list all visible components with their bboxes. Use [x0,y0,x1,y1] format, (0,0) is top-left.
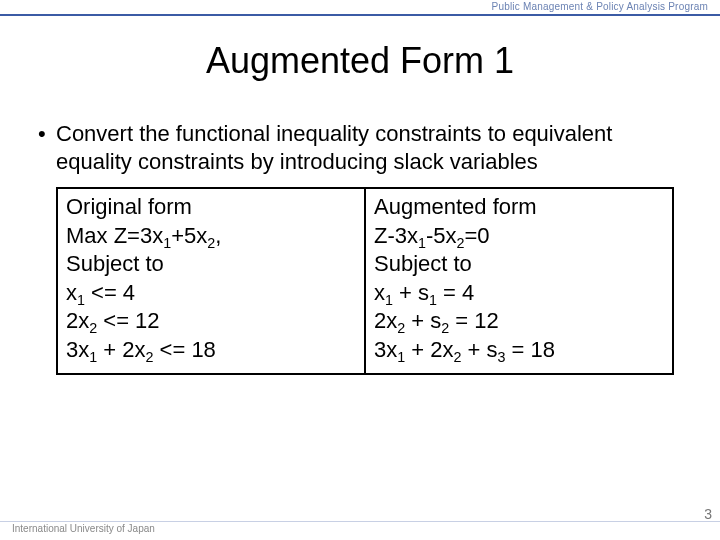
subscript: 1 [89,349,97,365]
subscript: 1 [385,292,393,308]
bullet-item: • Convert the functional inequality cons… [38,120,690,175]
text-fragment: Z-3x [374,223,418,248]
text-fragment: = 18 [506,337,556,362]
subscript: 2 [89,321,97,337]
subscript: 3 [498,349,506,365]
subscript: 1 [418,235,426,251]
slide: Public Management & Policy Analysis Prog… [0,0,720,540]
text-fragment: + 2x [97,337,145,362]
text-fragment: 2x [374,308,397,333]
text-fragment: x [66,280,77,305]
aug-line-1: Augmented form [374,193,664,222]
text-fragment: 3x [66,337,89,362]
subscript: 1 [163,235,171,251]
page-number: 3 [704,506,712,522]
orig-line-1: Original form [66,193,356,222]
aug-line-2: Z-3x1-5x2=0 [374,222,664,251]
aug-line-5: 2x2 + s2 = 12 [374,307,664,336]
subscript: 1 [397,349,405,365]
orig-line-4: x1 <= 4 [66,279,356,308]
original-form-cell: Original form Max Z=3x1+5x2, Subject to … [57,188,365,374]
text-fragment: x [374,280,385,305]
subscript: 1 [77,292,85,308]
subscript: 1 [429,292,437,308]
text-fragment: + s [461,337,497,362]
orig-line-5: 2x2 <= 12 [66,307,356,336]
text-fragment: 2x [66,308,89,333]
slide-title: Augmented Form 1 [0,40,720,82]
orig-line-2: Max Z=3x1+5x2, [66,222,356,251]
text-fragment: = 12 [449,308,499,333]
text-fragment: = 4 [437,280,474,305]
orig-line-3: Subject to [66,250,356,279]
aug-line-4: x1 + s1 = 4 [374,279,664,308]
bullet-text: Convert the functional inequality constr… [56,120,690,175]
subscript: 2 [207,235,215,251]
bottom-rule [0,521,720,522]
text-fragment: <= 12 [97,308,159,333]
footer-org: International University of Japan [12,523,155,534]
slide-body: • Convert the functional inequality cons… [38,120,690,375]
program-label: Public Management & Policy Analysis Prog… [492,1,708,12]
text-fragment: , [215,223,221,248]
text-fragment: <= 4 [85,280,135,305]
text-fragment: + s [405,308,441,333]
forms-table: Original form Max Z=3x1+5x2, Subject to … [56,187,674,375]
text-fragment: + 2x [405,337,453,362]
forms-table-wrap: Original form Max Z=3x1+5x2, Subject to … [56,187,690,375]
aug-line-3: Subject to [374,250,664,279]
text-fragment: 3x [374,337,397,362]
orig-line-6: 3x1 + 2x2 <= 18 [66,336,356,365]
augmented-form-cell: Augmented form Z-3x1-5x2=0 Subject to x1… [365,188,673,374]
text-fragment: Max Z=3x [66,223,163,248]
bullet-dot: • [38,120,56,148]
top-rule [0,14,720,16]
text-fragment: -5x [426,223,457,248]
text-fragment: =0 [464,223,489,248]
subscript: 2 [397,321,405,337]
text-fragment: + s [393,280,429,305]
aug-line-6: 3x1 + 2x2 + s3 = 18 [374,336,664,365]
text-fragment: +5x [171,223,207,248]
text-fragment: <= 18 [153,337,215,362]
